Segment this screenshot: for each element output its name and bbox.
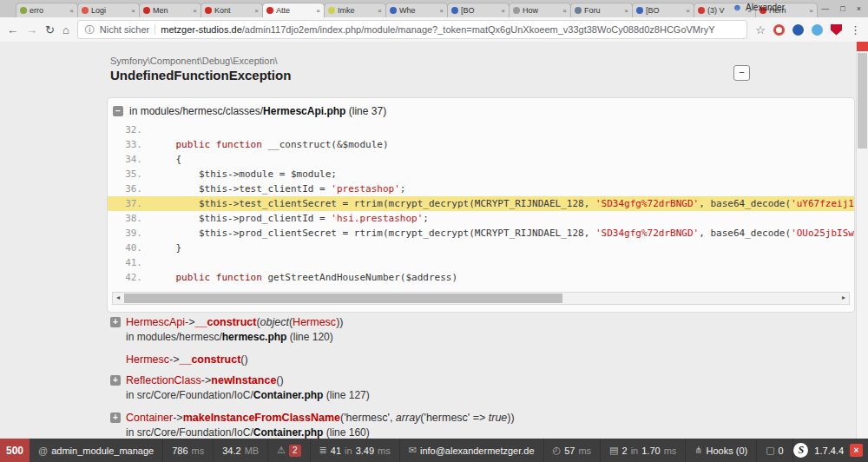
tab-favicon: [513, 7, 520, 14]
toolbar-item[interactable]: ▢0: [757, 439, 793, 462]
tab-close-icon[interactable]: ×: [562, 7, 567, 15]
code-text: $this->prod_clientSecret = rtrim(mcrypt_…: [153, 226, 854, 241]
code-line: 39. $this->prod_clientSecret = rtrim(mcr…: [108, 226, 854, 241]
browser-tab[interactable]: Foru×: [570, 3, 633, 17]
minimize-button[interactable]: —: [821, 5, 829, 13]
site-info-icon[interactable]: ⓘ: [85, 23, 95, 36]
tab-favicon: [205, 7, 212, 14]
expand-trace-icon[interactable]: +: [110, 317, 121, 327]
code-text: $this->module = $module;: [153, 167, 854, 182]
tab-close-icon[interactable]: ×: [378, 7, 382, 15]
profile-name: Alexander: [746, 3, 785, 12]
code-line: 41.: [108, 255, 854, 270]
tab-close-icon[interactable]: ×: [316, 7, 320, 15]
tab-favicon: [143, 7, 150, 14]
toolbar-item[interactable]: ⚠2: [268, 439, 310, 462]
forward-icon[interactable]: →: [26, 24, 37, 36]
scroll-left-icon[interactable]: ◂: [113, 293, 123, 304]
vertical-scrollbar-thumb[interactable]: [858, 53, 867, 148]
browser-tab[interactable]: [BO×: [632, 3, 694, 17]
browser-tab[interactable]: Men×: [139, 3, 201, 17]
at-icon: @: [38, 446, 48, 456]
toolbar-item[interactable]: ⋔Hooks (0): [686, 439, 757, 462]
browser-tab[interactable]: erro×: [16, 3, 78, 17]
source-location: − in modules/hermesc/classes/HermescApi.…: [108, 105, 854, 122]
extension-icon-blue[interactable]: [792, 24, 804, 36]
horizontal-scrollbar-thumb[interactable]: [124, 294, 562, 303]
tab-title: Kont: [214, 6, 252, 15]
trace-location: in src/Core/Foundation/IoC/Container.php…: [126, 389, 842, 401]
url-domain: metzger-studios.de: [161, 24, 242, 35]
exception-title: UndefinedFunctionException: [110, 68, 291, 82]
toolbar-item-text: ms: [578, 446, 591, 456]
tab-strip: erro×Logi×Men×Kont×Atte×Imke×Whe×[BO×How…: [16, 3, 817, 17]
horizontal-scrollbar[interactable]: ◂ ▸: [112, 292, 850, 305]
tab-close-icon[interactable]: ×: [809, 7, 813, 15]
scrollbar-marker: [857, 42, 868, 51]
tab-title: Atte: [276, 6, 313, 15]
reload-icon[interactable]: ↻: [45, 24, 55, 36]
browser-tab[interactable]: Atte×: [262, 3, 325, 17]
toolbar-item[interactable]: ≣41 in 3.49 ms: [311, 439, 400, 462]
code-text: public function __construct(&$module): [153, 137, 854, 152]
toolbar-item[interactable]: @admin_module_manage: [30, 439, 163, 462]
browser-window: erro×Logi×Men×Kont×Atte×Imke×Whe×[BO×How…: [0, 0, 868, 462]
toolbar-close-icon[interactable]: ×: [850, 444, 863, 457]
browser-tab[interactable]: [BO×: [447, 3, 510, 17]
line-number: 36.: [108, 182, 153, 196]
code-line: 38. $this->prod_clientId = 'hsi.prestash…: [108, 211, 854, 226]
browser-tab[interactable]: Whe×: [385, 3, 448, 17]
address-bar[interactable]: ⓘ Nicht sicher metzger-studios.de/admin1…: [77, 20, 748, 39]
toolbar-item[interactable]: ◴57 ms: [544, 439, 602, 462]
tab-close-icon[interactable]: ×: [439, 7, 444, 15]
vertical-scrollbar[interactable]: [856, 42, 868, 439]
scroll-right-icon[interactable]: ▸: [838, 293, 849, 304]
toolbar-item-text: ms: [378, 446, 391, 456]
tab-title: Foru: [584, 6, 621, 15]
http-status-badge[interactable]: 500: [0, 439, 30, 462]
profile-chip[interactable]: ☻ Alexander: [732, 3, 785, 12]
expand-trace-icon[interactable]: +: [110, 412, 121, 423]
bookmark-star-icon[interactable]: ☆: [755, 24, 766, 36]
toolbar-item[interactable]: ▤2 in 1.70 ms: [601, 439, 686, 462]
tab-close-icon[interactable]: ×: [69, 7, 74, 15]
back-icon[interactable]: ←: [7, 24, 18, 36]
tab-close-icon[interactable]: ×: [686, 7, 690, 15]
browser-tab[interactable]: Imke×: [324, 3, 386, 17]
browser-tab[interactable]: Logi×: [77, 3, 140, 17]
code-text: $this->test_clientSecret = rtrim(mcrypt_…: [153, 196, 854, 211]
tab-close-icon[interactable]: ×: [131, 7, 135, 15]
browser-tab[interactable]: Kont×: [201, 3, 263, 17]
line-number: 34.: [108, 152, 153, 167]
tab-title: [BO: [461, 6, 498, 15]
home-icon[interactable]: ⌂: [62, 24, 69, 36]
code-line: 32.: [108, 122, 854, 137]
adblock-extension-icon[interactable]: [831, 24, 842, 36]
toolbar-item[interactable]: ✉info@alexandermetzger.de: [400, 439, 544, 462]
toolbar-item-text: Hooks (0): [707, 446, 748, 456]
toolbar-item-text: 0: [779, 446, 784, 456]
toolbar-item-text: 57: [564, 446, 575, 456]
tab-close-icon[interactable]: ×: [193, 7, 197, 15]
tab-close-icon[interactable]: ×: [624, 7, 628, 15]
browser-navbar: ← → ↻ ⌂ ⓘ Nicht sicher metzger-studios.d…: [0, 17, 868, 43]
warning-count-badge: 2: [289, 445, 301, 457]
expand-trace-icon[interactable]: +: [110, 375, 121, 386]
browser-tab[interactable]: How×: [509, 3, 571, 17]
maximize-button[interactable]: □: [840, 5, 845, 13]
tab-title: Whe: [399, 6, 437, 15]
browser-menu-icon[interactable]: ⋮: [850, 24, 861, 36]
tab-favicon: [390, 7, 397, 14]
extension-icon-ring[interactable]: [773, 24, 785, 36]
toolbar-item[interactable]: 786 ms: [163, 439, 214, 462]
close-button[interactable]: ×: [857, 5, 861, 13]
twitter-extension-icon[interactable]: [812, 24, 823, 36]
toolbar-item[interactable]: 34.2 MB: [214, 439, 268, 462]
collapse-source-icon[interactable]: −: [113, 106, 123, 116]
stack-trace-list: +HermescApi->__construct(object(Hermesc)…: [110, 316, 842, 439]
collapse-all-button[interactable]: −: [733, 65, 750, 81]
tab-close-icon[interactable]: ×: [254, 7, 259, 15]
tab-close-icon[interactable]: ×: [501, 7, 505, 15]
trace-call: HermescApi->__construct(object(Hermesc)): [126, 316, 343, 328]
tab-favicon: [698, 7, 705, 14]
